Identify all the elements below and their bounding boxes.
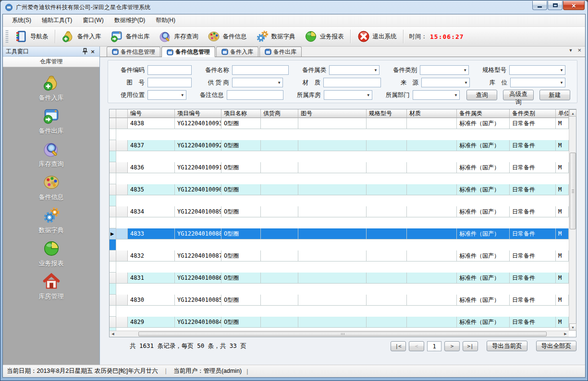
menu-item-0[interactable]: 系统(S) — [7, 14, 37, 26]
sidebar-close-icon[interactable] — [89, 48, 97, 55]
tab-parts-out[interactable]: 备件出库 — [259, 47, 302, 57]
scroll-up-icon[interactable]: ▲ — [569, 109, 576, 117]
status-separator: ｜ — [163, 367, 169, 375]
search-form-row: 备件编码备件名称备件属类▼备件类别▼规格型号▼ — [114, 64, 572, 76]
sidebar-item-label: 备件出库 — [39, 127, 64, 135]
supplier-select[interactable]: ▼ — [232, 78, 283, 87]
pager-first-button[interactable]: |< — [391, 341, 406, 351]
sidebar-group-title[interactable]: 仓库管理 — [3, 57, 99, 67]
menu-item-4[interactable]: 帮助(H) — [150, 14, 181, 26]
row-indicator — [110, 118, 116, 129]
toolbar-item-data-dict[interactable]: 数据字典 — [251, 28, 300, 45]
part-class-select[interactable]: ▼ — [329, 65, 380, 75]
table-cell: M — [556, 206, 569, 217]
sidebar-item-label: 业务报表 — [39, 259, 64, 268]
menu-item-2[interactable]: 窗口(W) — [77, 14, 109, 26]
horizontal-scrollbar[interactable]: ◀ ▶ — [110, 331, 569, 337]
scroll-right-icon[interactable]: ▶ — [562, 331, 569, 337]
part-code-field[interactable] — [147, 65, 192, 75]
warehouse-select[interactable]: ▼ — [324, 90, 372, 100]
row-indicator — [110, 184, 116, 195]
table-cell — [261, 250, 298, 262]
sidebar-item-warehouse-mgmt[interactable]: 库房管理 — [3, 273, 99, 306]
toolbar-item-report[interactable]: 业务报表 — [300, 28, 348, 45]
remark-field[interactable] — [227, 90, 283, 100]
toolbar-item-stock-query[interactable]: 库存查询 — [154, 28, 203, 45]
row-indicator — [110, 317, 116, 328]
scroll-down-icon[interactable]: ▼ — [569, 323, 576, 331]
toolbar-item-parts-info[interactable]: 备件信息 — [203, 28, 251, 45]
table-cell: 标准件（国产） — [457, 250, 510, 262]
table-row[interactable]: ▶4833YG12204010088O型圈标准件（国产）日常备件M — [110, 228, 569, 250]
sidebar-item-stock-query[interactable]: 库存查询 — [3, 140, 99, 173]
report-icon — [42, 239, 61, 258]
vertical-scrollbar[interactable]: ▲ ▼ — [569, 109, 576, 331]
toolbar-grip[interactable] — [6, 30, 8, 43]
table-row[interactable]: 4830YG12204010085O型圈标准件（国产）日常备件M — [110, 295, 569, 317]
tab-parts-in[interactable]: 备件入库 — [216, 47, 258, 57]
tab-label: 备件入库 — [230, 48, 253, 56]
toolbar-item-parts-out[interactable]: 备件出库 — [106, 28, 154, 45]
minimize-button[interactable] — [532, 1, 547, 10]
pager-page-input[interactable]: 1 — [427, 341, 441, 351]
export-current-page-button[interactable]: 导出当前页 — [487, 341, 527, 351]
horizontal-scroll-thumb[interactable] — [138, 332, 547, 336]
menu-item-3[interactable]: 数据维护(D) — [109, 14, 151, 26]
part-category-select[interactable]: ▼ — [420, 65, 469, 75]
sidebar-item-parts-in[interactable]: 备件入库 — [3, 74, 99, 107]
minimize-icon — [538, 6, 542, 8]
row-header-cell — [116, 118, 128, 129]
scroll-left-icon[interactable]: ◀ — [110, 331, 116, 337]
table-cell: 4835 — [128, 184, 175, 195]
department-select[interactable]: ▼ — [413, 90, 460, 100]
sidebar-item-parts-info[interactable]: 备件信息 — [3, 173, 99, 206]
table-cell — [367, 184, 407, 195]
spec-model-select[interactable]: ▼ — [509, 65, 565, 75]
source-select[interactable]: ▼ — [421, 78, 470, 87]
maximize-button[interactable] — [548, 1, 563, 10]
sidebar-item-parts-out[interactable]: 备件出库 — [3, 107, 99, 140]
part-name-field[interactable] — [232, 65, 289, 75]
table-cell: 标准件（国产） — [457, 295, 510, 306]
use-position-select[interactable]: ▼ — [147, 90, 186, 100]
tab-close-icon[interactable]: × — [577, 48, 581, 53]
table-row[interactable]: 4837YG12204010092O型圈标准件（国产）日常备件M — [110, 140, 569, 162]
drawing-no-field[interactable] — [147, 78, 192, 87]
sidebar-item-report[interactable]: 业务报表 — [3, 239, 99, 273]
table-row[interactable]: 4832YG12204010087O型圈标准件（国产）日常备件M — [110, 250, 569, 273]
stock-query-icon — [159, 30, 172, 43]
chevron-down-icon: ▼ — [560, 68, 564, 72]
table-row[interactable]: 4838YG12204010093O型圈标准件（国产）日常备件M — [110, 118, 569, 140]
menu-item-1[interactable]: 辅助工具(T) — [37, 14, 77, 26]
toolbar-item-exit[interactable]: 退出系统 — [353, 28, 401, 45]
table-row[interactable]: 4829YG12204010084O型圈标准件（国产）日常备件M — [110, 317, 569, 331]
table-row[interactable]: 4835YG12204010090O型圈标准件（国产）日常备件M — [110, 184, 569, 206]
tab-parts-info-mgmt-2[interactable]: 备件信息管理 — [161, 47, 215, 57]
table-row[interactable]: 4834YG12204010089O型圈标准件（国产）日常备件M — [110, 206, 569, 228]
export-all-pages-button[interactable]: 导出全部页 — [536, 341, 577, 351]
table-row[interactable]: 4831YG12204010086O型圈标准件（国产）日常备件M — [110, 273, 569, 295]
sidebar-item-data-dict[interactable]: 数据字典 — [3, 206, 99, 239]
title-bar: 广州爱奇迪软件科技有限公司-深田之星仓库管理系统 — [0, 0, 588, 14]
tab-list-chevron-down-icon[interactable]: ▼ — [568, 48, 573, 53]
pager-next-button[interactable]: > — [444, 341, 460, 351]
chevron-down-icon: ▼ — [463, 68, 467, 72]
advanced-query-button[interactable]: 高级查询 — [503, 90, 534, 100]
tab-parts-info-mgmt-1[interactable]: 备件信息管理 — [107, 47, 160, 57]
material-field[interactable] — [323, 78, 381, 87]
table-row[interactable]: 4836YG12204010091O型圈标准件（国产）日常备件M — [110, 162, 569, 184]
table-cell — [261, 273, 298, 284]
toolbar-item-parts-in[interactable]: 备件入库 — [57, 28, 106, 45]
vertical-scroll-thumb[interactable] — [570, 153, 576, 229]
stock-location-select[interactable]: ▼ — [510, 78, 565, 87]
pager-last-button[interactable]: >| — [463, 341, 478, 351]
close-button[interactable] — [563, 1, 585, 10]
new-button[interactable]: 新建 — [539, 90, 570, 100]
pager-prev-button[interactable]: < — [409, 341, 424, 351]
pin-icon[interactable] — [81, 48, 89, 55]
row-indicator — [110, 140, 116, 151]
query-button[interactable]: 查询 — [466, 90, 497, 100]
material-label: 材 质 — [290, 79, 320, 87]
toolbar-item-nav-strip[interactable]: 导航条 — [10, 28, 53, 45]
search-form-row: 图 号供 货 商▼材 质来 源▼库 位▼ — [114, 76, 572, 89]
